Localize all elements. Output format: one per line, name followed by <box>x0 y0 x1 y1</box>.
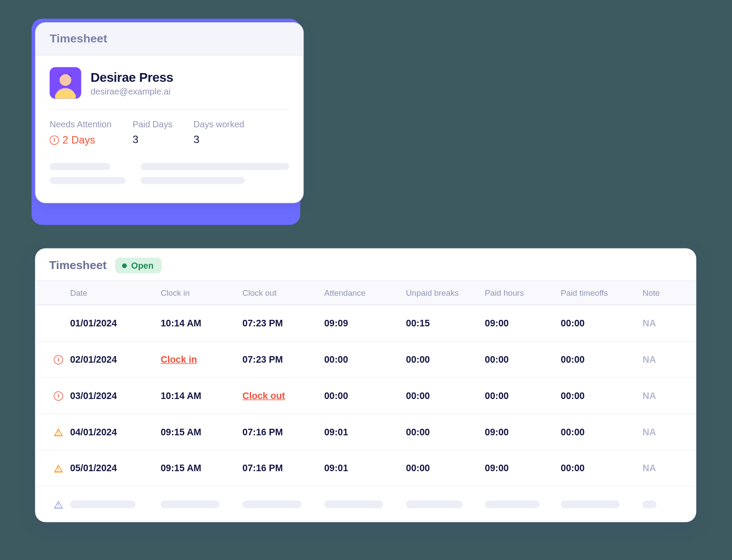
cell-note: NA <box>643 354 678 365</box>
cell-paid-timeoffs: 00:00 <box>561 318 643 329</box>
cell-paid-hours: 09:00 <box>485 463 561 473</box>
alert-icon: i <box>54 391 63 400</box>
user-name: Desirae Press <box>91 70 173 85</box>
table-row[interactable]: 04/01/202409:15 AM07:16 PM09:0100:0009:0… <box>35 413 696 450</box>
info-icon <box>54 500 63 508</box>
cell-date: 04/01/2024 <box>70 427 161 437</box>
table-header-row: Date Clock in Clock out Attendance Unpai… <box>35 280 696 305</box>
stat-days-worked: Days worked 3 <box>193 119 244 146</box>
cell-unpaid-breaks: 00:00 <box>406 463 485 473</box>
stat-value: 2 Days <box>63 134 95 146</box>
warning-icon <box>54 464 63 472</box>
stat-value: 3 <box>133 134 172 146</box>
table-row[interactable]: 01/01/202410:14 AM07:23 PM09:0900:1509:0… <box>35 305 696 341</box>
timesheet-table-card: Timesheet Open Date Clock in Clock out A… <box>35 248 696 522</box>
cell-clock-in: 09:15 AM <box>161 463 242 473</box>
cell-attendance: 09:09 <box>324 318 406 329</box>
cell-unpaid-breaks: 00:00 <box>406 354 485 365</box>
col-clock-in: Clock in <box>161 288 242 297</box>
cell-date: 01/01/2024 <box>70 318 161 329</box>
cell-paid-timeoffs: 00:00 <box>561 390 643 401</box>
cell-clock-out: 07:23 PM <box>242 354 324 365</box>
loading-skeleton <box>49 163 289 191</box>
cell-note: NA <box>643 427 678 437</box>
table-title: Timesheet <box>49 259 107 272</box>
cell-paid-hours: 09:00 <box>485 318 561 329</box>
cell-clock-out: 07:16 PM <box>242 463 324 473</box>
stat-needs-attention: Needs Attention i 2 Days <box>49 119 111 146</box>
col-clock-out: Clock out <box>242 288 324 297</box>
stat-value: 3 <box>193 134 244 146</box>
table-row[interactable]: i02/01/2024Clock in07:23 PM00:0000:0000:… <box>35 341 696 378</box>
table-row[interactable]: i03/01/202410:14 AMClock out00:0000:0000… <box>35 377 696 413</box>
cell-paid-hours: 00:00 <box>485 354 561 365</box>
cell-date: 05/01/2024 <box>70 463 161 473</box>
cell-note: NA <box>643 318 678 329</box>
stat-paid-days: Paid Days 3 <box>133 119 172 146</box>
cell-unpaid-breaks: 00:15 <box>406 318 485 329</box>
cell-clock-out: 07:23 PM <box>242 318 324 329</box>
cell-clock-in: 09:15 AM <box>161 427 242 437</box>
cell-date: 03/01/2024 <box>70 390 161 401</box>
cell-note: NA <box>643 390 678 401</box>
stat-label: Needs Attention <box>49 119 111 129</box>
cell-paid-hours: 09:00 <box>485 427 561 437</box>
stat-label: Paid Days <box>133 119 172 129</box>
clock-in-link[interactable]: Clock in <box>161 354 242 365</box>
col-paid-timeoffs: Paid timeoffs <box>561 288 643 297</box>
cell-unpaid-breaks: 00:00 <box>406 390 485 401</box>
cell-clock-out: 07:16 PM <box>242 427 324 437</box>
table-row-loading <box>35 486 696 522</box>
alert-icon: i <box>49 136 59 145</box>
warning-icon <box>54 428 63 436</box>
status-dot-icon <box>122 263 126 268</box>
svg-point-1 <box>60 74 71 86</box>
cell-unpaid-breaks: 00:00 <box>406 427 485 437</box>
cell-attendance: 09:01 <box>324 463 406 473</box>
stat-label: Days worked <box>193 119 244 129</box>
cell-note: NA <box>643 463 678 473</box>
cell-paid-timeoffs: 00:00 <box>561 427 643 437</box>
status-text: Open <box>131 260 154 270</box>
cell-attendance: 00:00 <box>324 390 406 401</box>
cell-clock-in: 10:14 AM <box>161 390 242 401</box>
cell-attendance: 00:00 <box>324 354 406 365</box>
cell-paid-hours: 00:00 <box>485 390 561 401</box>
col-attendance: Attendance <box>324 288 406 297</box>
col-note: Note <box>643 288 678 297</box>
avatar <box>49 67 81 99</box>
col-unpaid-breaks: Unpaid breaks <box>406 288 485 297</box>
table-row[interactable]: 05/01/202409:15 AM07:16 PM09:0100:0009:0… <box>35 450 696 486</box>
status-badge: Open <box>115 258 161 273</box>
cell-clock-in: 10:14 AM <box>161 318 242 329</box>
col-date: Date <box>70 288 161 297</box>
cell-paid-timeoffs: 00:00 <box>561 354 643 365</box>
summary-title: Timesheet <box>49 32 289 46</box>
user-email: desirae@example.ai <box>91 86 173 96</box>
clock-out-link[interactable]: Clock out <box>242 390 324 401</box>
timesheet-summary-card: Timesheet Desirae Press <box>35 22 304 203</box>
alert-icon: i <box>54 355 63 364</box>
col-paid-hours: Paid hours <box>485 288 561 297</box>
cell-date: 02/01/2024 <box>70 354 161 365</box>
cell-attendance: 09:01 <box>324 427 406 437</box>
cell-paid-timeoffs: 00:00 <box>561 463 643 473</box>
